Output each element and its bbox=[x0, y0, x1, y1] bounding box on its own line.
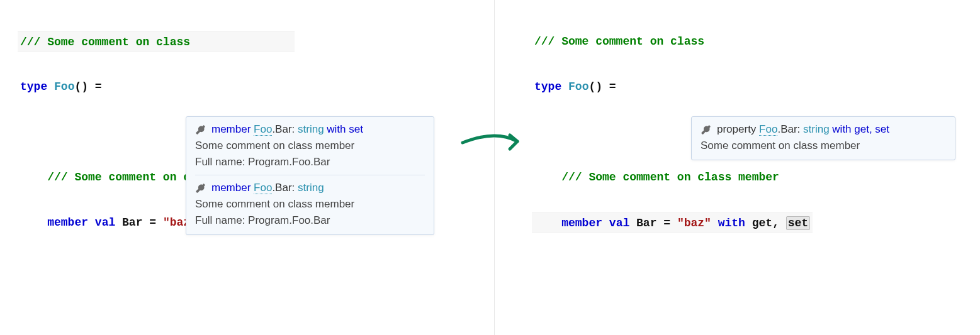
comparison-stage: /// Some comment on class type Foo() = /… bbox=[0, 0, 980, 335]
type-link[interactable]: Foo bbox=[759, 123, 777, 136]
type-link[interactable]: Foo bbox=[254, 123, 272, 136]
tooltip-signature: member Foo.Bar: string bbox=[195, 182, 425, 194]
tooltip-description: Some comment on class member bbox=[701, 140, 946, 152]
signature-text: property Foo.Bar: string with get, set bbox=[717, 123, 889, 136]
kw-member: member bbox=[211, 123, 251, 135]
wrench-icon bbox=[701, 124, 712, 135]
code-line[interactable]: /// Some comment on class member bbox=[532, 167, 813, 187]
comment-text: /// Some comment on class bbox=[20, 36, 190, 48]
keyword-with: with bbox=[718, 217, 745, 229]
code-line[interactable]: /// Some comment on class bbox=[532, 31, 813, 52]
type-name: Foo bbox=[54, 80, 74, 93]
keyword-type: type bbox=[20, 80, 47, 93]
comma: , bbox=[772, 217, 786, 229]
type-string: string bbox=[298, 123, 324, 135]
keyword-type: type bbox=[534, 80, 561, 93]
equals: = bbox=[88, 80, 102, 93]
type-string: string bbox=[803, 123, 830, 135]
string-literal: "baz" bbox=[677, 217, 711, 229]
code-line[interactable]: member val Bar = "baz" with get, set bbox=[532, 212, 813, 233]
tooltip-left: member Foo.Bar: string with set Some com… bbox=[186, 116, 434, 235]
dot-bar: .Bar: bbox=[272, 182, 298, 194]
parens: () bbox=[74, 80, 88, 93]
tooltip-fullname: Full name: Program.Foo.Bar bbox=[195, 156, 425, 168]
parens: () bbox=[589, 80, 602, 93]
keyword-val: val bbox=[609, 217, 629, 229]
kw-member: member bbox=[211, 182, 251, 194]
ident-bar: Bar bbox=[122, 216, 142, 229]
keyword-val: val bbox=[95, 216, 115, 229]
signature-text: member Foo.Bar: string with set bbox=[211, 123, 363, 136]
kw-property: property bbox=[717, 123, 756, 135]
wrench-icon bbox=[195, 124, 206, 135]
tooltip-fullname: Full name: Program.Foo.Bar bbox=[195, 214, 425, 227]
tooltip-right: property Foo.Bar: string with get, set S… bbox=[691, 116, 955, 160]
keyword-member: member bbox=[47, 216, 88, 229]
code-line[interactable]: type Foo() = bbox=[532, 77, 813, 97]
dot-bar: .Bar: bbox=[272, 123, 298, 135]
tooltip-signature: property Foo.Bar: string with get, set bbox=[701, 123, 946, 136]
type-name: Foo bbox=[568, 80, 589, 93]
ident-get: get bbox=[752, 217, 772, 229]
tooltip-description: Some comment on class member bbox=[195, 140, 425, 152]
code-line[interactable]: type Foo() = bbox=[18, 77, 295, 97]
signature-text: member Foo.Bar: string bbox=[211, 182, 324, 194]
ident-set-selected: set bbox=[786, 216, 810, 230]
wrench-icon bbox=[195, 182, 206, 194]
code-line[interactable]: /// Some comment on class bbox=[18, 31, 295, 52]
equals: = bbox=[602, 80, 616, 93]
with-getset: with get, set bbox=[830, 123, 889, 135]
tooltip-divider bbox=[195, 175, 425, 175]
assign: = bbox=[656, 217, 677, 229]
type-string: string bbox=[298, 182, 324, 194]
with-set: with set bbox=[324, 123, 363, 135]
keyword-member: member bbox=[561, 217, 602, 229]
arrow-icon bbox=[459, 129, 529, 154]
tooltip-signature: member Foo.Bar: string with set bbox=[195, 123, 425, 136]
comment-text: /// Some comment on class bbox=[534, 35, 704, 48]
ident-bar: Bar bbox=[636, 217, 656, 229]
comment-text: /// Some comment on class member bbox=[561, 171, 779, 184]
dot-bar: .Bar: bbox=[777, 123, 803, 135]
type-link[interactable]: Foo bbox=[254, 182, 272, 194]
tooltip-description: Some comment on class member bbox=[195, 198, 425, 211]
assign: = bbox=[142, 216, 162, 229]
vertical-divider bbox=[494, 0, 495, 335]
